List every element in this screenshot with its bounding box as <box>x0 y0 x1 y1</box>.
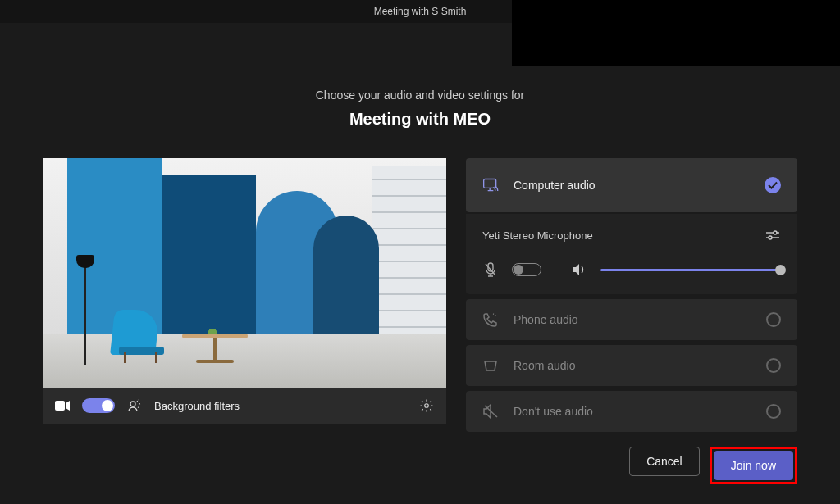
audio-option-computer[interactable]: Computer audio <box>466 158 797 212</box>
computer-audio-detail: Yeti Stereo Microphone <box>466 214 797 294</box>
device-settings-icon[interactable] <box>765 227 781 243</box>
background-filters-button[interactable]: Background filters <box>154 400 240 412</box>
pre-join-heading: Choose your audio and video settings for… <box>0 89 840 129</box>
selected-check-icon <box>765 177 781 193</box>
video-control-bar: Background filters <box>43 388 446 424</box>
video-toggle[interactable] <box>82 398 115 413</box>
settings-subtitle: Choose your audio and video settings for <box>0 89 840 102</box>
audio-device-name: Yeti Stereo Microphone <box>482 229 593 242</box>
no-audio-icon <box>482 403 499 420</box>
cancel-button[interactable]: Cancel <box>629 447 700 476</box>
background-filters-icon <box>126 397 143 414</box>
redacted-region <box>512 0 840 66</box>
phone-audio-icon <box>482 311 499 328</box>
mic-toggle[interactable] <box>512 263 541 276</box>
chair-decor <box>112 314 170 363</box>
svg-point-1 <box>130 402 135 406</box>
video-preview <box>43 158 446 388</box>
svg-point-2 <box>425 404 429 408</box>
radio-unchecked <box>766 358 781 373</box>
audio-option-room[interactable]: Room audio <box>466 345 797 386</box>
audio-option-label: Room audio <box>514 359 576 372</box>
radio-unchecked <box>766 312 781 327</box>
svg-point-7 <box>769 236 772 239</box>
audio-option-label: Computer audio <box>514 179 596 192</box>
room-audio-icon <box>482 357 499 374</box>
svg-rect-3 <box>484 179 496 188</box>
annotation-highlight: Join now <box>710 447 797 484</box>
audio-option-none[interactable]: Don't use audio <box>466 391 797 432</box>
video-icon <box>54 397 71 414</box>
lamp-decor <box>84 266 86 365</box>
radio-unchecked <box>766 404 781 419</box>
join-now-button[interactable]: Join now <box>714 451 793 480</box>
table-decor <box>182 334 248 363</box>
volume-slider[interactable] <box>600 269 781 271</box>
svg-rect-0 <box>55 401 65 411</box>
meeting-name: Meeting with MEO <box>0 110 840 129</box>
settings-gear-icon[interactable] <box>418 397 435 414</box>
svg-point-5 <box>774 231 777 234</box>
audio-option-label: Phone audio <box>514 313 578 326</box>
audio-option-label: Don't use audio <box>514 405 593 418</box>
window-title: Meeting with S Smith <box>374 6 467 17</box>
speaker-icon <box>571 261 587 278</box>
audio-option-phone[interactable]: Phone audio <box>466 299 797 340</box>
mic-muted-icon <box>482 261 499 278</box>
computer-audio-icon <box>482 177 499 193</box>
